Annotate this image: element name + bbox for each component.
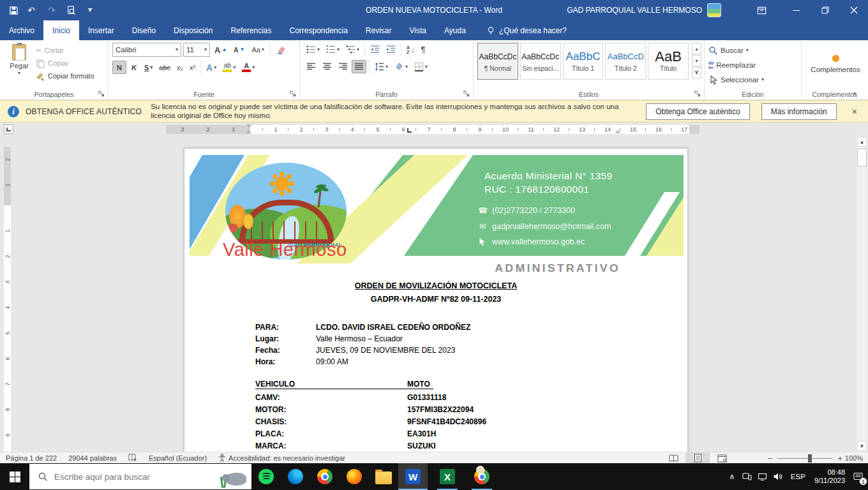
customize-qat-button[interactable]: ▾ xyxy=(82,3,98,18)
replace-button[interactable]: abac Reemplazar xyxy=(708,59,798,71)
tab-stop-marker[interactable] xyxy=(407,128,412,133)
italic-button[interactable]: K xyxy=(128,61,140,74)
taskbar-chrome-profile[interactable] xyxy=(467,463,497,490)
copy-button[interactable]: Copiar xyxy=(34,57,96,70)
get-genuine-office-button[interactable]: Obtenga Office auténtico xyxy=(646,103,750,120)
doc-info-row[interactable]: PARA: LCDO. DAVID ISRAEL CEDEÑO ORDOÑEZ xyxy=(255,323,470,332)
tab-vista[interactable]: Vista xyxy=(401,20,435,40)
action-center-button[interactable]: 1 xyxy=(849,463,868,490)
language-indicator[interactable]: ESP xyxy=(786,473,811,480)
tab-referencias[interactable]: Referencias xyxy=(221,20,280,40)
shading-button[interactable]: ▾ xyxy=(392,60,410,73)
scroll-down-button[interactable]: ▼ xyxy=(857,441,867,451)
scrollbar-thumb[interactable] xyxy=(857,149,867,167)
doc-title-line2[interactable]: GADPR-VH-ADMF Nº82 09-11-2023 xyxy=(184,295,687,304)
font-size-select[interactable]: 11 ▾ xyxy=(183,43,210,57)
letterhead-banner-image[interactable]: GAD PARROQUIAL Valle Hermoso Acuerdo Min… xyxy=(190,155,684,264)
vertical-scrollbar[interactable]: ▲ ▼ xyxy=(857,136,867,452)
read-mode-button[interactable] xyxy=(661,452,685,464)
print-layout-button[interactable] xyxy=(685,452,710,464)
font-dialog-launcher[interactable] xyxy=(290,91,297,98)
taskbar-edge[interactable] xyxy=(281,463,310,490)
styles-scroll-down[interactable]: ▼ xyxy=(692,55,701,66)
minimize-button[interactable] xyxy=(782,0,811,20)
zoom-out-button[interactable]: − xyxy=(768,454,773,463)
shrink-font-button[interactable]: A▼ xyxy=(231,43,247,57)
numbering-button[interactable]: ▾ xyxy=(324,43,342,56)
align-left-button[interactable] xyxy=(304,60,318,73)
change-case-button[interactable]: Aa▾ xyxy=(249,43,266,57)
sort-button[interactable]: AZ ↓ xyxy=(404,43,417,56)
tab-disposicion[interactable]: Disposición xyxy=(165,20,221,40)
language-status[interactable]: Español (Ecuador) xyxy=(143,452,213,464)
select-button[interactable]: Seleccionar ▾ xyxy=(708,73,798,86)
increase-indent-button[interactable] xyxy=(384,43,398,56)
undo-button[interactable]: ↶▾ xyxy=(24,3,41,18)
taskbar-search-box[interactable] xyxy=(29,464,251,489)
vehicle-row[interactable]: PLACA: EA301H xyxy=(255,429,436,438)
borders-button[interactable]: ▾ xyxy=(412,60,430,73)
zoom-in-button[interactable]: + xyxy=(837,454,842,463)
tab-diseno[interactable]: Diseño xyxy=(123,20,165,40)
document-page[interactable]: GAD PARROQUIAL Valle Hermoso Acuerdo Min… xyxy=(184,148,688,452)
paragraph-dialog-launcher[interactable] xyxy=(463,91,470,98)
tell-me-search[interactable]: ¿Qué desea hacer? xyxy=(475,20,567,40)
styles-gallery-more[interactable]: ▼ xyxy=(692,67,701,78)
decrease-indent-button[interactable] xyxy=(368,43,382,56)
word-count[interactable]: 29044 palabras xyxy=(63,452,123,464)
multilevel-list-button[interactable]: ▾ xyxy=(343,43,362,56)
style-sin-espaciado[interactable]: AaBbCcDc Sin espaci... xyxy=(520,43,561,80)
tab-stop-selector[interactable] xyxy=(4,124,13,134)
more-info-button[interactable]: Más información xyxy=(761,103,837,120)
paste-button[interactable]: Pegar ▾ xyxy=(4,43,34,82)
addins-button[interactable]: Complementos xyxy=(805,43,865,85)
first-line-indent-marker[interactable] xyxy=(246,124,251,128)
vehicle-row[interactable]: MARCA: SUZUKI xyxy=(255,442,436,450)
ribbon-display-options-button[interactable] xyxy=(749,0,774,20)
hidden-icons-chevron[interactable]: ∧ xyxy=(724,463,740,490)
vertical-ruler[interactable]: 21 123456789 xyxy=(4,147,11,452)
font-family-select[interactable]: Calibri ▾ xyxy=(112,43,181,57)
justify-button[interactable] xyxy=(352,60,366,73)
search-input[interactable] xyxy=(54,472,207,482)
account-info[interactable]: GAD PARROQUIAL VALLE HERMOSO xyxy=(567,0,721,20)
style-normal[interactable]: AaBbCcDc ¶ Normal xyxy=(477,43,518,80)
underline-button[interactable]: S▾ xyxy=(142,61,155,74)
tab-ayuda[interactable]: Ayuda xyxy=(435,20,475,40)
hanging-indent-marker[interactable] xyxy=(246,130,251,133)
close-button[interactable] xyxy=(839,0,868,20)
taskbar-file-explorer[interactable] xyxy=(369,463,398,490)
volume-icon[interactable] xyxy=(770,463,786,490)
clear-formatting-button[interactable] xyxy=(274,43,288,57)
strikethrough-button[interactable]: abc xyxy=(156,61,173,74)
collapse-ribbon-button[interactable]: ∧ xyxy=(849,89,860,97)
taskbar-clock[interactable]: 08:48 9/11/2023 xyxy=(811,468,849,485)
taskbar-spotify[interactable] xyxy=(251,463,281,490)
print-preview-button[interactable] xyxy=(63,3,79,18)
find-button[interactable]: Buscar ▾ xyxy=(708,44,798,57)
redo-button[interactable]: ↷ xyxy=(43,3,60,18)
device-icon[interactable] xyxy=(740,463,755,490)
styles-dialog-launcher[interactable] xyxy=(694,91,701,98)
tab-archivo[interactable]: Archivo xyxy=(0,20,43,40)
highlight-button[interactable]: ab ▾ xyxy=(220,61,238,74)
taskbar-firefox[interactable] xyxy=(340,463,369,490)
page-indicator[interactable]: Página 1 de 222 xyxy=(0,452,63,464)
subscript-button[interactable]: x₂ xyxy=(174,61,186,74)
taskbar-word-active[interactable]: W xyxy=(398,463,428,490)
styles-scroll-up[interactable]: ▲ xyxy=(692,43,701,54)
restore-button[interactable] xyxy=(811,0,839,20)
web-layout-button[interactable] xyxy=(710,452,734,464)
save-icon[interactable] xyxy=(5,3,22,18)
scroll-up-button[interactable]: ▲ xyxy=(857,137,867,147)
tab-inicio[interactable]: Inicio xyxy=(43,20,79,40)
cut-button[interactable]: ✂ Cortar xyxy=(34,44,96,57)
zoom-slider[interactable] xyxy=(777,458,832,459)
clipboard-dialog-launcher[interactable] xyxy=(98,91,105,98)
style-titulo-1[interactable]: AaBbC Título 1 xyxy=(563,43,604,80)
align-right-button[interactable] xyxy=(336,60,350,73)
start-button[interactable] xyxy=(0,463,29,490)
bold-button[interactable]: N xyxy=(112,61,126,74)
doc-info-row[interactable]: Hora: 09:00 AM xyxy=(255,357,348,366)
taskbar-chrome[interactable] xyxy=(310,463,340,490)
